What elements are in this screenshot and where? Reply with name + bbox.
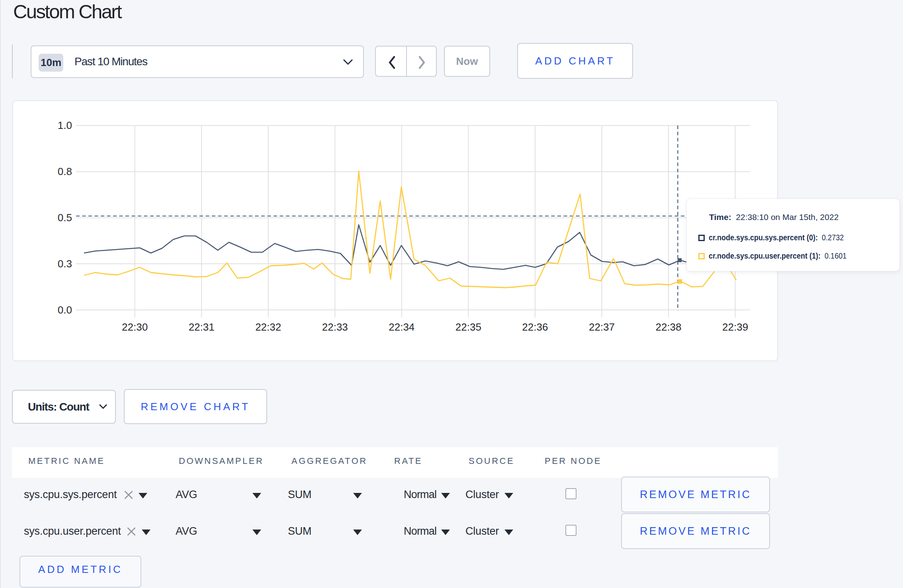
svg-text:22:32: 22:32 <box>255 321 281 333</box>
svg-text:22:31: 22:31 <box>189 321 215 333</box>
svg-text:22:38: 22:38 <box>655 321 681 333</box>
svg-text:22:34: 22:34 <box>389 321 414 333</box>
svg-text:0.8: 0.8 <box>58 165 72 177</box>
svg-text:0.3: 0.3 <box>58 258 72 270</box>
svg-text:0.0: 0.0 <box>58 304 72 316</box>
svg-text:22:35: 22:35 <box>455 321 481 333</box>
svg-text:22:30: 22:30 <box>122 321 148 333</box>
svg-text:22:39: 22:39 <box>722 321 748 333</box>
svg-text:22:37: 22:37 <box>589 321 615 333</box>
svg-text:22:36: 22:36 <box>522 321 548 333</box>
svg-text:22:33: 22:33 <box>322 321 348 333</box>
svg-text:0.5: 0.5 <box>58 212 72 224</box>
svg-text:1.0: 1.0 <box>58 119 72 131</box>
